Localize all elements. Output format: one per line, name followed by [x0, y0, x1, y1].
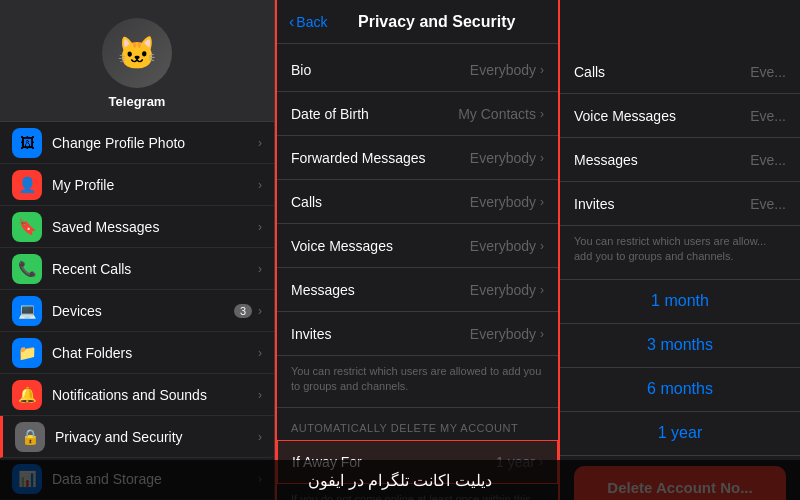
sidebar-item-label-recent-calls: Recent Calls	[52, 261, 258, 277]
sidebar-item-label-privacy-and-security: Privacy and Security	[55, 429, 258, 445]
badge-devices: 3	[234, 304, 252, 318]
setting-label: Bio	[291, 62, 470, 78]
chevron-icon-chat-folders: ›	[258, 346, 262, 360]
right-label: Invites	[574, 196, 750, 212]
setting-label: Messages	[291, 282, 470, 298]
section-header-auto-delete: AUTOMATICALLY DELETE MY ACCOUNT	[277, 408, 558, 440]
right-list: CallsEve...Voice MessagesEve...MessagesE…	[560, 0, 800, 500]
duration-option-1-month[interactable]: 1 month	[560, 280, 800, 324]
setting-row-messages[interactable]: MessagesEverybody›	[277, 268, 558, 312]
duration-label: 1 month	[651, 292, 709, 310]
chevron-icon-devices: ›	[258, 304, 262, 318]
sidebar-item-change-profile-photo[interactable]: 🖼Change Profile Photo›	[0, 122, 274, 164]
left-menu: 🖼Change Profile Photo›👤My Profile›🔖Saved…	[0, 122, 274, 500]
setting-label: Calls	[291, 194, 470, 210]
duration-option-1-year[interactable]: 1 year	[560, 412, 800, 456]
my-profile-icon: 👤	[12, 170, 42, 200]
chevron-icon: ›	[540, 151, 544, 165]
chevron-icon-change-profile-photo: ›	[258, 136, 262, 150]
nav-bar: ‹ Back Privacy and Security	[277, 0, 558, 44]
sidebar-item-saved-messages[interactable]: 🔖Saved Messages›	[0, 206, 274, 248]
sidebar-item-label-chat-folders: Chat Folders	[52, 345, 258, 361]
back-chevron-icon: ‹	[289, 13, 294, 31]
setting-label: Invites	[291, 326, 470, 342]
right-row-messages[interactable]: MessagesEve...	[560, 138, 800, 182]
back-button[interactable]: ‹ Back	[289, 13, 327, 31]
sidebar-item-label-saved-messages: Saved Messages	[52, 219, 258, 235]
duration-option-6-months[interactable]: 6 months	[560, 368, 800, 412]
setting-value: Everybody	[470, 194, 536, 210]
left-panel: 🐱 Telegram 🖼Change Profile Photo›👤My Pro…	[0, 0, 275, 500]
setting-label: Forwarded Messages	[291, 150, 470, 166]
right-row-voice-messages[interactable]: Voice MessagesEve...	[560, 94, 800, 138]
caption-text: دیلیت اکانت تلگرام در ایفون	[308, 471, 492, 490]
username: Telegram	[109, 94, 166, 109]
setting-value: Everybody	[470, 150, 536, 166]
right-value: Eve...	[750, 152, 786, 168]
duration-label: 6 months	[647, 380, 713, 398]
notifications-and-sounds-icon: 🔔	[12, 380, 42, 410]
setting-row-invites[interactable]: InvitesEverybody›	[277, 312, 558, 356]
right-label: Voice Messages	[574, 108, 750, 124]
right-value: Eve...	[750, 196, 786, 212]
setting-value: My Contacts	[458, 106, 536, 122]
sidebar-item-chat-folders[interactable]: 📁Chat Folders›	[0, 332, 274, 374]
middle-panel: ‹ Back Privacy and Security BioEverybody…	[275, 0, 560, 500]
right-note: You can restrict which users are allow..…	[560, 226, 800, 280]
setting-label: Date of Birth	[291, 106, 458, 122]
chevron-icon: ›	[540, 283, 544, 297]
nav-title: Privacy and Security	[327, 13, 546, 31]
chevron-icon-saved-messages: ›	[258, 220, 262, 234]
chevron-icon-notifications-and-sounds: ›	[258, 388, 262, 402]
saved-messages-icon: 🔖	[12, 212, 42, 242]
setting-row-calls[interactable]: CallsEverybody›	[277, 180, 558, 224]
right-label: Calls	[574, 64, 750, 80]
setting-row-forwarded-messages[interactable]: Forwarded MessagesEverybody›	[277, 136, 558, 180]
sidebar-item-label-change-profile-photo: Change Profile Photo	[52, 135, 258, 151]
sidebar-item-my-profile[interactable]: 👤My Profile›	[0, 164, 274, 206]
setting-row-bio[interactable]: BioEverybody›	[277, 48, 558, 92]
setting-label: Voice Messages	[291, 238, 470, 254]
chevron-icon: ›	[540, 107, 544, 121]
chevron-icon-my-profile: ›	[258, 178, 262, 192]
bottom-caption: دیلیت اکانت تلگرام در ایفون	[0, 460, 800, 500]
settings-list: BioEverybody›Date of BirthMy Contacts›Fo…	[277, 44, 558, 500]
setting-value: Everybody	[470, 326, 536, 342]
sidebar-item-label-devices: Devices	[52, 303, 234, 319]
avatar: 🐱	[102, 18, 172, 88]
back-label: Back	[296, 14, 327, 30]
sidebar-item-recent-calls[interactable]: 📞Recent Calls›	[0, 248, 274, 290]
right-panel: CallsEve...Voice MessagesEve...MessagesE…	[560, 0, 800, 500]
sidebar-item-label-notifications-and-sounds: Notifications and Sounds	[52, 387, 258, 403]
right-row-invites[interactable]: InvitesEve...	[560, 182, 800, 226]
sidebar-item-notifications-and-sounds[interactable]: 🔔Notifications and Sounds›	[0, 374, 274, 416]
setting-row-date-of-birth[interactable]: Date of BirthMy Contacts›	[277, 92, 558, 136]
groups-note: You can restrict which users are allowed…	[277, 356, 558, 408]
chevron-icon-privacy-and-security: ›	[258, 430, 262, 444]
setting-row-voice-messages[interactable]: Voice MessagesEverybody›	[277, 224, 558, 268]
chat-folders-icon: 📁	[12, 338, 42, 368]
devices-icon: 💻	[12, 296, 42, 326]
profile-section: 🐱 Telegram	[0, 0, 274, 122]
sidebar-item-devices[interactable]: 💻Devices3›	[0, 290, 274, 332]
sidebar-item-privacy-and-security[interactable]: 🔒Privacy and Security›	[0, 416, 274, 458]
sidebar-item-label-my-profile: My Profile	[52, 177, 258, 193]
setting-value: Everybody	[470, 238, 536, 254]
privacy-and-security-icon: 🔒	[15, 422, 45, 452]
right-value: Eve...	[750, 64, 786, 80]
right-label: Messages	[574, 152, 750, 168]
chevron-icon: ›	[540, 327, 544, 341]
chevron-icon: ›	[540, 239, 544, 253]
duration-label: 1 year	[658, 424, 702, 442]
right-row-calls[interactable]: CallsEve...	[560, 50, 800, 94]
setting-value: Everybody	[470, 62, 536, 78]
right-value: Eve...	[750, 108, 786, 124]
recent-calls-icon: 📞	[12, 254, 42, 284]
chevron-icon: ›	[540, 195, 544, 209]
setting-value: Everybody	[470, 282, 536, 298]
change-profile-photo-icon: 🖼	[12, 128, 42, 158]
chevron-icon: ›	[540, 63, 544, 77]
duration-label: 3 months	[647, 336, 713, 354]
duration-option-3-months[interactable]: 3 months	[560, 324, 800, 368]
chevron-icon-recent-calls: ›	[258, 262, 262, 276]
